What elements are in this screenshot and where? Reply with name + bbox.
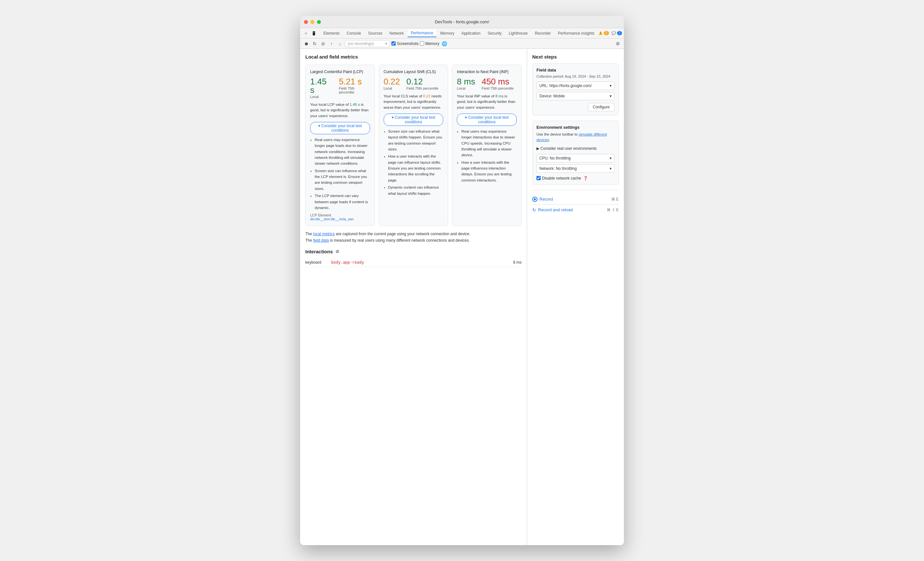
interactions-section: Interactions ⊘ (305, 249, 522, 254)
maximize-button[interactable] (317, 20, 321, 24)
tab-lighthouse[interactable]: Lighthouse (506, 30, 531, 37)
cls-bullets: Screen size can influence what layout sh… (384, 129, 444, 196)
tab-performance[interactable]: Performance (408, 30, 436, 37)
record-row[interactable]: Record ⌘ E (532, 194, 619, 205)
lcp-local-group: 1.45 s Local (310, 77, 333, 99)
cls-bullet-1: Screen size can influence what layout sh… (388, 129, 444, 153)
env-desc: Use the device toolbar to simulate diffe… (537, 132, 615, 143)
window-title: DevTools - fonts.google.com/ (435, 19, 489, 24)
lcp-desc: Your local LCP value of 1.45 s is good, … (310, 102, 370, 119)
next-steps-title: Next steps (532, 54, 619, 60)
record-text: Record (539, 197, 553, 202)
memory-checkbox[interactable] (420, 42, 424, 46)
interaction-row: keyboard body.app-ready 8 ms (305, 258, 522, 267)
tab-sources[interactable]: Sources (365, 30, 386, 37)
consider-real-button[interactable]: ▶ Consider real user environments (537, 146, 615, 151)
lcp-bullet-3: The LCP element can vary between page lo… (315, 193, 370, 211)
toolbar-right: ⚙ (614, 40, 621, 47)
download-button[interactable]: ↓ (336, 40, 344, 47)
record-reload-shortcut: ⌘ ⇧ E (607, 208, 619, 212)
refresh-button[interactable]: ↻ (311, 40, 318, 47)
tab-memory[interactable]: Memory (437, 30, 458, 37)
close-button[interactable] (304, 20, 308, 24)
env-title: Environment settings (537, 125, 615, 130)
tab-application[interactable]: Application (458, 30, 484, 37)
lcp-local-label: Local (310, 95, 333, 99)
tab-console[interactable]: Console (344, 30, 364, 37)
device-dropdown-arrow: ▾ (610, 94, 612, 98)
tab-network[interactable]: Network (386, 30, 407, 37)
record-button[interactable]: ⏺ (303, 40, 310, 47)
url-dropdown[interactable]: URL: https://fonts.google.com/ ▾ (537, 82, 615, 90)
info-badge: 2 (617, 31, 622, 35)
recording-placeholder: (no recordings) (348, 42, 374, 46)
record-section: Record ⌘ E ↻ Record and reload ⌘ ⇧ E (532, 190, 619, 215)
lcp-values: 1.45 s Local 5.21 s Field 75th percentil… (310, 77, 370, 99)
clear-button[interactable]: ⊘ (320, 40, 327, 47)
inp-highlight: 8 ms (495, 94, 504, 98)
cpu-dropdown[interactable]: CPU: No throttling ▾ (537, 154, 615, 162)
screenshots-label: Screenshots (397, 42, 418, 46)
inp-values: 8 ms Local 450 ms Field 75th percentile (457, 77, 517, 90)
lcp-element-prefix: LCP Element (310, 213, 331, 217)
record-reload-row[interactable]: ↻ Record and reload ⌘ ⇧ E (532, 205, 619, 215)
memory-toggle[interactable]: Memory (420, 42, 440, 46)
interaction-target: body.app-ready (331, 260, 513, 265)
cls-highlight: 0.22 (423, 94, 430, 98)
record-inner (534, 198, 536, 200)
upload-button[interactable]: ↑ (328, 40, 335, 47)
settings-toolbar-icon[interactable]: ⚙ (614, 40, 621, 47)
cls-consider-button[interactable]: ▾ Consider your local test conditions (384, 114, 444, 126)
field-note: The local metrics are captured from the … (305, 231, 522, 243)
url-label: URL: https://fonts.google.com/ (539, 84, 591, 88)
tab-right-controls: ⚠️ 1 💬 2 ⚙ ⋮ (598, 30, 624, 37)
cls-bullet-2: How a user interacts with the page can i… (388, 153, 444, 183)
collection-period: Collection period: Aug 19, 2024 - Sep 15… (537, 75, 615, 78)
tab-performance-insights[interactable]: Performance insights (555, 30, 598, 37)
interactions-table: keyboard body.app-ready 8 ms (305, 258, 522, 267)
interaction-time: 8 ms (513, 260, 522, 265)
inp-consider-button[interactable]: ▾ Consider your local test conditions (457, 114, 517, 126)
reload-icon: ↻ (532, 207, 536, 212)
inp-bullet-2: How a user interacts with the page influ… (461, 160, 517, 184)
configure-button[interactable]: Configure (588, 103, 615, 111)
lcp-bullet-2: Screen size can influence what the LCP e… (315, 168, 370, 192)
disable-cache-checkbox[interactable] (537, 176, 541, 180)
section-title: Local and field metrics (305, 54, 522, 60)
field-data-title: Field data (537, 67, 615, 72)
minimize-button[interactable] (310, 20, 314, 24)
warning-badge: 1 (604, 31, 609, 35)
device-dropdown[interactable]: Device: Mobile ▾ (537, 92, 615, 100)
tab-recorder[interactable]: Recorder (532, 30, 554, 37)
lcp-element-link[interactable]: div.tile__text.tile__inria_san (310, 217, 354, 221)
cls-desc: Your local CLS value of 0.22 needs impro… (384, 94, 444, 110)
cls-local-value: 0.22 (384, 77, 400, 86)
inp-field-group: 450 ms Field 75th percentile (482, 77, 514, 90)
disable-cache-toggle[interactable]: Disable network cache ❓ (537, 176, 615, 181)
lcp-consider-button[interactable]: ▾ Consider your local test conditions (310, 122, 370, 134)
environment-card: Environment settings Use the device tool… (532, 121, 619, 185)
right-panel: Next steps Field data Collection period:… (527, 49, 624, 545)
tab-elements[interactable]: Elements (320, 30, 343, 37)
url-dropdown-arrow: ▾ (610, 84, 612, 88)
metrics-grid: Largest Contentful Paint (LCP) 1.45 s Lo… (305, 65, 522, 226)
recording-selector[interactable]: (no recordings) ▾ (345, 40, 390, 47)
local-metrics-link[interactable]: local metrics (313, 232, 335, 236)
inp-local-label: Local (457, 87, 475, 90)
network-dropdown[interactable]: Network: No throttling ▾ (537, 165, 615, 173)
network-label: Network: No throttling (539, 166, 577, 171)
cls-local-label: Local (384, 87, 400, 90)
cursor-icon[interactable]: ⊹ (303, 30, 309, 37)
info-indicator: 💬 2 (612, 31, 622, 35)
screenshots-checkbox[interactable] (392, 42, 396, 46)
field-data-link[interactable]: field data (313, 238, 329, 242)
device-icon[interactable]: 📱 (310, 30, 317, 37)
tab-security[interactable]: Security (484, 30, 505, 37)
simulate-link[interactable]: simulate different devices (537, 132, 607, 142)
screenshots-toggle[interactable]: Screenshots (392, 42, 418, 46)
cls-bullet-3: Dynamic content can influence what layou… (388, 184, 444, 196)
cls-field-group: 0.12 Field 75th percentile (406, 77, 438, 90)
record-reload-text: Record and reload (538, 207, 573, 212)
tab-icons: ⊹ 📱 (303, 30, 317, 37)
inp-local-group: 8 ms Local (457, 77, 475, 90)
